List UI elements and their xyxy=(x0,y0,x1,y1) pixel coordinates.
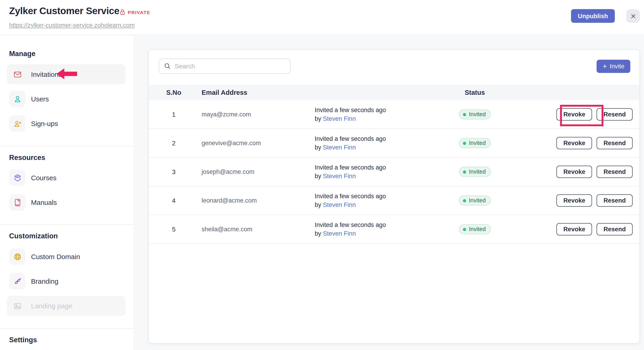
course-box-icon xyxy=(9,170,26,186)
status-label: Invited xyxy=(469,197,486,204)
main-content: + Invite S.No Email Address Status 1 may… xyxy=(135,35,644,350)
resend-button[interactable]: Resend xyxy=(596,194,632,207)
invited-by-prefix: by xyxy=(315,201,321,208)
search-icon xyxy=(164,62,171,70)
status-badge: Invited xyxy=(459,167,491,177)
user-plus-icon xyxy=(9,115,26,132)
sidebar-item-signups[interactable]: Sign-ups xyxy=(7,113,126,133)
sidebar-item-label: Branding xyxy=(31,277,58,285)
invited-by-prefix: by xyxy=(315,230,321,237)
inviter-link[interactable]: Steven Finn xyxy=(323,201,356,208)
sidebar-item-branding[interactable]: Branding xyxy=(7,271,126,291)
search-input[interactable] xyxy=(175,62,286,70)
table-row: 3 joseph@acme.com Invited a few seconds … xyxy=(149,158,640,186)
inviter-link[interactable]: Steven Finn xyxy=(323,144,356,151)
revoke-button[interactable]: Revoke xyxy=(556,108,592,121)
inviter-link[interactable]: Steven Finn xyxy=(323,115,356,122)
column-header-status: Status xyxy=(440,89,509,96)
status-dot-icon xyxy=(463,113,466,116)
topbar: Zylker Customer Service PRIVATE https://… xyxy=(0,0,644,35)
status-badge: Invited xyxy=(459,109,491,119)
lock-icon xyxy=(120,9,126,15)
unpublish-button[interactable]: Unpublish xyxy=(571,9,615,23)
row-sno: 1 xyxy=(165,111,183,118)
sidebar-item-custom-domain[interactable]: Custom Domain xyxy=(7,247,126,267)
site-url-link[interactable]: https://zylker-customer-service.zoholear… xyxy=(9,22,135,29)
inviter-link[interactable]: Steven Finn xyxy=(323,173,356,180)
row-email: genevive@acme.com xyxy=(202,140,261,146)
resend-button[interactable]: Resend xyxy=(596,137,632,149)
sidebar-item-label: Landing page xyxy=(31,302,72,310)
sidebar-item-manuals[interactable]: Manuals xyxy=(7,192,126,212)
status-dot-icon xyxy=(463,170,466,173)
row-invited-info: Invited a few seconds ago by Steven Finn xyxy=(315,106,386,123)
private-badge: PRIVATE xyxy=(120,9,150,15)
paintbrush-icon xyxy=(9,273,26,289)
row-email: sheila@acme.com xyxy=(202,226,252,233)
invitations-panel: + Invite S.No Email Address Status 1 may… xyxy=(148,49,640,344)
sidebar-item-label: Sign-ups xyxy=(31,120,58,127)
row-invited-info: Invited a few seconds ago by Steven Finn xyxy=(315,163,386,180)
sidebar-item-landing-page: Landing page xyxy=(7,296,126,316)
sidebar-divider xyxy=(0,328,134,329)
status-label: Invited xyxy=(469,226,486,232)
sidebar-heading-settings: Settings xyxy=(9,336,37,344)
invited-time: Invited a few seconds ago xyxy=(315,163,386,172)
status-dot-icon xyxy=(463,141,466,145)
table-header: S.No Email Address Status xyxy=(149,85,640,100)
row-email: leonard@acme.com xyxy=(202,197,257,204)
revoke-button[interactable]: Revoke xyxy=(556,223,592,235)
inviter-link[interactable]: Steven Finn xyxy=(323,230,356,237)
sidebar-heading-manage: Manage xyxy=(9,50,35,58)
plus-icon: + xyxy=(603,63,607,70)
sidebar-heading-resources: Resources xyxy=(9,154,46,162)
invited-time: Invited a few seconds ago xyxy=(315,106,386,114)
book-icon xyxy=(9,194,26,211)
status-dot-icon xyxy=(463,228,466,231)
image-icon xyxy=(9,298,26,314)
sidebar-item-label: Courses xyxy=(31,174,56,182)
table-row: 4 leonard@acme.com Invited a few seconds… xyxy=(149,186,640,215)
user-icon xyxy=(9,91,26,107)
revoke-button[interactable]: Revoke xyxy=(556,137,592,149)
status-badge: Invited xyxy=(459,196,491,206)
sidebar-item-label: Manuals xyxy=(31,198,57,206)
revoke-button[interactable]: Revoke xyxy=(556,166,592,178)
status-badge: Invited xyxy=(459,138,491,148)
invited-time: Invited a few seconds ago xyxy=(315,221,386,229)
sidebar-item-label: Custom Domain xyxy=(31,253,80,261)
invite-button[interactable]: + Invite xyxy=(597,60,630,73)
resend-button[interactable]: Resend xyxy=(596,223,632,235)
row-email: maya@zcme.com xyxy=(202,111,251,118)
close-button[interactable] xyxy=(626,9,640,23)
invited-time: Invited a few seconds ago xyxy=(315,134,386,143)
resend-button[interactable]: Resend xyxy=(596,108,632,121)
status-label: Invited xyxy=(469,140,486,146)
column-header-email: Email Address xyxy=(202,89,247,96)
sidebar-heading-customization: Customization xyxy=(9,232,58,240)
row-sno: 3 xyxy=(165,168,183,175)
sidebar-item-users[interactable]: Users xyxy=(7,89,126,109)
sidebar-item-label: Users xyxy=(31,95,49,103)
sidebar-item-invitations[interactable]: Invitations xyxy=(7,64,126,84)
sidebar-item-label: Invitations xyxy=(31,70,62,78)
envelope-icon xyxy=(9,66,26,82)
status-label: Invited xyxy=(469,111,486,118)
resend-button[interactable]: Resend xyxy=(596,166,632,178)
status-label: Invited xyxy=(469,169,486,175)
row-sno: 2 xyxy=(165,139,183,147)
private-badge-label: PRIVATE xyxy=(128,9,150,15)
column-header-sno: S.No xyxy=(165,89,183,96)
row-invited-info: Invited a few seconds ago by Steven Finn xyxy=(315,134,386,152)
invited-by-prefix: by xyxy=(315,144,321,151)
table-row: 5 sheila@acme.com Invited a few seconds … xyxy=(149,215,640,244)
sidebar-item-courses[interactable]: Courses xyxy=(7,168,126,188)
table-row: 2 genevive@acme.com Invited a few second… xyxy=(149,129,640,158)
table-row: 1 maya@zcme.com Invited a few seconds ag… xyxy=(149,100,640,129)
row-invited-info: Invited a few seconds ago by Steven Finn xyxy=(315,221,386,238)
row-invited-info: Invited a few seconds ago by Steven Finn xyxy=(315,192,386,209)
close-icon xyxy=(630,12,636,19)
revoke-button[interactable]: Revoke xyxy=(556,194,592,207)
sidebar: Manage Invitations Users xyxy=(0,35,134,350)
invited-time: Invited a few seconds ago xyxy=(315,192,386,201)
